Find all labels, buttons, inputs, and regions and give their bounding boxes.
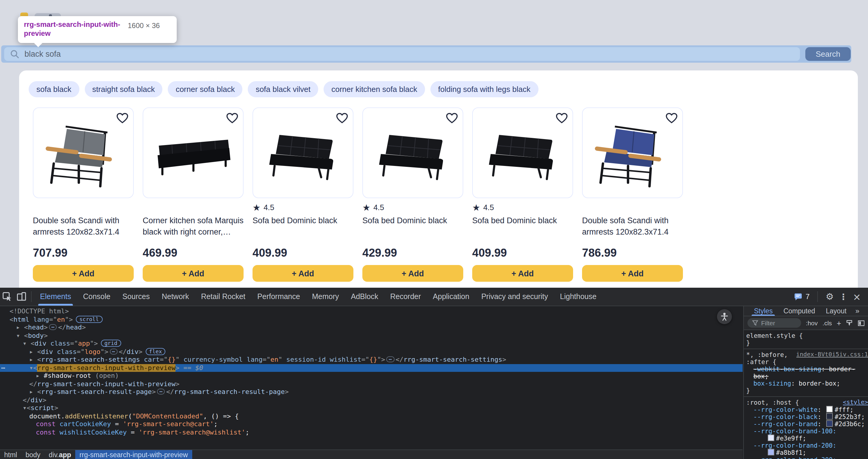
css-declaration-value[interactable]: #e3e9ff; — [746, 434, 868, 442]
suggestion-chip[interactable]: sofa black vilvet — [248, 81, 318, 97]
css-declaration-value[interactable]: #a8b8f1; — [746, 449, 868, 456]
add-to-cart-button[interactable]: + Add — [33, 265, 134, 282]
dom-tree-row[interactable]: <!DOCTYPE html> — [0, 307, 743, 315]
dom-tree-row[interactable]: ▸ #shadow-root (open) — [0, 372, 743, 380]
devtools-tab-performance[interactable]: Performance — [251, 288, 306, 306]
devtools-tab-sources[interactable]: Sources — [116, 288, 156, 306]
devtools-tab-application[interactable]: Application — [427, 288, 475, 306]
toggle-hover-state[interactable]: :hov — [806, 319, 818, 327]
css-declaration[interactable]: box-sizing: border-box; — [746, 379, 868, 387]
product-card[interactable]: ★4.5Sofa bed Dominic black409.99+ Add — [252, 108, 353, 282]
devtools-tab-elements[interactable]: Elements — [34, 288, 77, 306]
devtools-tab-lighthouse[interactable]: Lighthouse — [554, 288, 602, 306]
settings-gear-icon[interactable]: ⚙ — [826, 291, 834, 302]
color-swatch[interactable] — [768, 434, 774, 441]
console-messages-indicator[interactable]: 7 — [794, 293, 809, 301]
inspect-element-icon[interactable] — [0, 289, 14, 304]
new-style-rule-button[interactable]: + — [837, 318, 841, 327]
wishlist-heart-icon[interactable] — [445, 112, 459, 124]
devtools-tab-memory[interactable]: Memory — [306, 288, 345, 306]
styles-filter-input[interactable]: Filter — [747, 318, 801, 328]
stylesheet-link[interactable]: <style> — [843, 399, 868, 406]
suggestion-chip[interactable]: folding sofa with legs black — [430, 81, 538, 97]
css-declaration[interactable]: --rrg-color-brand-300: — [746, 456, 868, 459]
suggestion-chip[interactable]: sofa black — [29, 81, 79, 97]
breadcrumb-item[interactable]: body — [21, 450, 44, 459]
search-results-panel: sofa blackstraight sofa blackcorner sofa… — [19, 70, 858, 288]
more-tabs-icon[interactable]: » — [856, 307, 859, 315]
breadcrumb-item[interactable]: html — [0, 450, 21, 459]
css-declaration[interactable]: --rrg-color-black: #252b3f; — [746, 413, 868, 420]
css-declaration[interactable]: --rrg-color-brand: #2d3b6c; — [746, 420, 868, 427]
dom-tree-row[interactable]: </rrg-smart-search-input-with-preview> — [0, 380, 743, 388]
kebab-menu-icon[interactable]: ⋮ — [839, 292, 847, 301]
wishlist-heart-icon[interactable] — [226, 112, 239, 124]
add-to-cart-button[interactable]: + Add — [472, 265, 573, 282]
dom-tree-row[interactable]: <html lang="en">scroll — [0, 315, 743, 324]
wishlist-heart-icon[interactable] — [336, 112, 349, 124]
dom-tree-row[interactable]: ▸ <div class="logo">⋯</div>flex — [0, 348, 743, 356]
devtools-tab-privacy-and-security[interactable]: Privacy and security — [475, 288, 554, 306]
product-price: 786.99 — [582, 246, 683, 259]
product-card[interactable]: ★4.5Sofa bed Dominic black409.99+ Add — [472, 108, 573, 282]
add-to-cart-button[interactable]: + Add — [362, 265, 463, 282]
devtools-tab-retail-rocket[interactable]: Retail Rocket — [195, 288, 251, 306]
css-declaration[interactable]: --rrg-color-brand-200: — [746, 442, 868, 449]
css-selector[interactable]: element.style { — [746, 332, 868, 339]
dom-tree-row[interactable] — [0, 436, 743, 440]
color-swatch[interactable] — [826, 420, 833, 427]
css-declaration[interactable]: -webkit-box-sizing: border-box; — [746, 365, 868, 379]
css-rule-close: } — [746, 339, 868, 346]
toggle-classes[interactable]: .cls — [823, 319, 832, 327]
search-button[interactable]: Search — [805, 47, 851, 61]
suggestion-chip[interactable]: corner sofa black — [168, 81, 243, 97]
devtools-tab-console[interactable]: Console — [77, 288, 116, 306]
stylesheet-link[interactable]: index-BVt0i5iv.css:1 — [796, 351, 868, 358]
product-card[interactable]: Double sofa Scandi with armrests 120x82.… — [582, 108, 683, 282]
breadcrumb-item[interactable]: div.app — [44, 450, 75, 459]
product-card[interactable]: ★4.5Sofa bed Dominic black429.99+ Add — [362, 108, 463, 282]
row-menu-dots-icon[interactable]: ⋯ — [1, 364, 5, 372]
toolbar-right: 7 ⚙ ⋮ × — [794, 291, 868, 302]
add-to-cart-button[interactable]: + Add — [252, 265, 353, 282]
sidebar-tab-styles[interactable]: Styles — [749, 306, 778, 316]
dom-tree-row[interactable]: ▸ <rrg-smart-search-result-page>⋯</rrg-s… — [0, 388, 743, 396]
dom-tree-row[interactable]: </div> — [0, 396, 743, 404]
sidebar-tab-computed[interactable]: Computed — [778, 306, 820, 316]
devtools-tab-recorder[interactable]: Recorder — [384, 288, 427, 306]
dock-sidebar-icon[interactable] — [858, 319, 864, 327]
dom-tree-row[interactable]: ⋯▾<rrg-smart-search-input-with-preview> … — [0, 364, 743, 372]
wishlist-heart-icon[interactable] — [665, 112, 678, 124]
suggestion-chip[interactable]: straight sofa black — [85, 81, 163, 97]
dom-tree-row[interactable]: const wishlistCookieKey = 'rrg-smart-sea… — [0, 428, 743, 436]
dom-tree-row[interactable]: ▾ <body> — [0, 332, 743, 340]
product-card[interactable]: Corner kitchen sofa Marquis black with r… — [143, 108, 244, 282]
sidebar-tab-layout[interactable]: Layout — [820, 306, 852, 316]
product-card[interactable]: Double sofa Scandi with armrests 120x82.… — [33, 108, 134, 282]
add-to-cart-button[interactable]: + Add — [582, 265, 683, 282]
dom-tree-row[interactable]: document.addEventListener("DOMContentLoa… — [0, 412, 743, 420]
add-to-cart-button[interactable]: + Add — [143, 265, 244, 282]
css-selector[interactable]: :after { — [746, 358, 868, 365]
console-message-count: 7 — [806, 293, 809, 301]
color-swatch[interactable] — [826, 406, 833, 412]
suggestion-chip[interactable]: corner kitchen sofa black — [323, 81, 425, 97]
device-toolbar-icon[interactable] — [14, 289, 29, 304]
search-input[interactable]: black sofa — [4, 47, 800, 61]
css-declaration[interactable]: --rrg-color-white: #fff; — [746, 406, 868, 413]
dom-tree-row[interactable]: ▸ <rrg-smart-search-settings cart="{}" c… — [0, 356, 743, 364]
color-swatch[interactable] — [768, 449, 774, 455]
devtools-tab-network[interactable]: Network — [156, 288, 195, 306]
devtools-tab-adblock[interactable]: AdBlock — [345, 288, 384, 306]
dom-tree-row[interactable]: const cartCookieKey = 'rrg-smart-search@… — [0, 420, 743, 428]
wishlist-heart-icon[interactable] — [116, 112, 129, 124]
color-swatch[interactable] — [826, 413, 833, 420]
breadcrumb-item[interactable]: rrg-smart-search-input-with-preview — [75, 450, 192, 459]
dom-tree-row[interactable]: ▾ <div class="app">grid — [0, 340, 743, 348]
dom-tree-row[interactable]: ▸ <head>⋯</head> — [0, 324, 743, 332]
paint-brush-icon[interactable] — [846, 319, 853, 327]
dom-tree-row[interactable]: ▾<script> — [0, 404, 743, 412]
css-declaration[interactable]: --rrg-color-brand-100: — [746, 427, 868, 434]
wishlist-heart-icon[interactable] — [555, 112, 568, 124]
close-devtools-icon[interactable]: × — [853, 291, 861, 302]
